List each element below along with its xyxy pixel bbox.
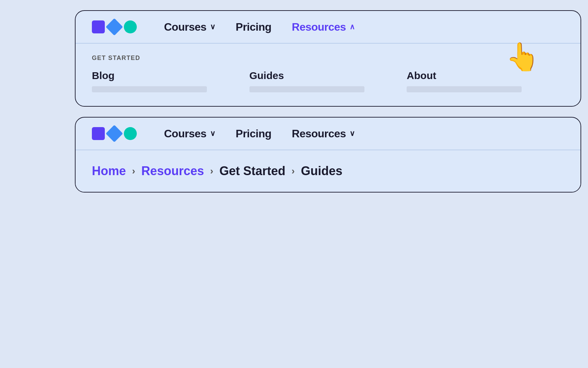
nav-resources-bottom[interactable]: Resources ∨ (292, 127, 355, 140)
logo-diamond-icon (106, 18, 123, 36)
logo-square-icon (92, 20, 105, 33)
nav-items-top: Courses ∨ Pricing Resources ∧ (164, 21, 564, 33)
nav-pricing-bottom-label: Pricing (236, 127, 272, 140)
chevron-down-resources-icon: ∨ (349, 129, 355, 138)
nav-resources-bottom-label: Resources (292, 127, 346, 140)
nav-bar-bottom: Courses ∨ Pricing Resources ∨ (76, 118, 581, 150)
nav-courses-label: Courses (164, 21, 207, 33)
card-bottom: Courses ∨ Pricing Resources ∨ Home › Res… (75, 117, 581, 193)
chevron-down-courses-icon: ∨ (210, 129, 215, 138)
dropdown-col-guides: Guides (249, 70, 407, 92)
logo-circle-icon (124, 20, 137, 33)
logo-square-bottom-icon (92, 127, 105, 140)
dropdown-guides-desc (249, 86, 364, 92)
dropdown-about-desc (407, 86, 522, 92)
breadcrumb-get-started[interactable]: Get Started (219, 164, 285, 178)
logo-diamond-bottom-icon (106, 125, 123, 142)
nav-courses[interactable]: Courses ∨ (164, 21, 215, 33)
breadcrumb: Home › Resources › Get Started › Guides (92, 164, 564, 178)
dropdown-about-title[interactable]: About (407, 70, 551, 81)
nav-resources-active[interactable]: Resources ∧ (292, 21, 355, 33)
nav-bar-top: Courses ∨ Pricing Resources ∧ 👆 (76, 11, 581, 43)
breadcrumb-resources[interactable]: Resources (141, 164, 204, 178)
nav-pricing-label: Pricing (236, 21, 272, 33)
dropdown-columns: Blog Guides About (92, 70, 564, 92)
nav-pricing[interactable]: Pricing (236, 21, 272, 33)
breadcrumb-section: Home › Resources › Get Started › Guides (76, 150, 581, 192)
breadcrumb-arrow-2: › (210, 166, 213, 177)
dropdown-col-blog: Blog (92, 70, 249, 92)
logo[interactable] (92, 20, 137, 33)
breadcrumb-arrow-1: › (132, 166, 135, 177)
nav-resources-label: Resources (292, 21, 346, 33)
chevron-up-icon: ∧ (349, 22, 355, 31)
nav-courses-bottom[interactable]: Courses ∨ (164, 127, 215, 140)
logo-bottom[interactable] (92, 127, 137, 140)
dropdown-col-about: About (407, 70, 564, 92)
nav-pricing-bottom[interactable]: Pricing (236, 127, 272, 140)
resources-dropdown: GET STARTED Blog Guides About (76, 44, 581, 106)
breadcrumb-home[interactable]: Home (92, 164, 126, 178)
nav-courses-bottom-label: Courses (164, 127, 207, 140)
breadcrumb-guides[interactable]: Guides (301, 164, 342, 178)
dropdown-blog-desc (92, 86, 207, 92)
nav-items-bottom: Courses ∨ Pricing Resources ∨ (164, 127, 564, 140)
page-wrapper: Courses ∨ Pricing Resources ∧ 👆 GET STAR… (0, 0, 588, 368)
breadcrumb-arrow-3: › (292, 166, 295, 177)
dropdown-blog-title[interactable]: Blog (92, 70, 236, 81)
chevron-down-icon: ∨ (210, 22, 215, 31)
card-top: Courses ∨ Pricing Resources ∧ 👆 GET STAR… (75, 10, 581, 107)
logo-circle-bottom-icon (124, 127, 137, 140)
dropdown-guides-title[interactable]: Guides (249, 70, 393, 81)
dropdown-section-label: GET STARTED (92, 55, 564, 62)
